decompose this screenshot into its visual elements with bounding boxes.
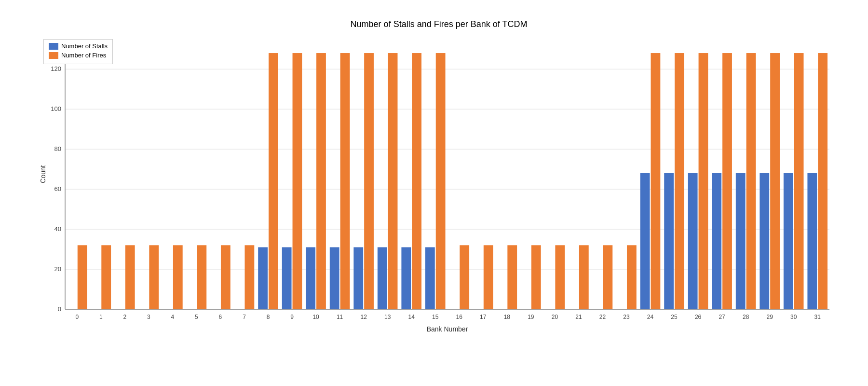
svg-rect-95 bbox=[818, 53, 827, 309]
svg-text:20: 20 bbox=[54, 265, 61, 273]
svg-rect-63 bbox=[531, 245, 541, 309]
svg-rect-42 bbox=[330, 247, 339, 309]
svg-text:10: 10 bbox=[312, 314, 319, 320]
legend-label-fires: Number of Fires bbox=[61, 52, 106, 59]
svg-rect-23 bbox=[149, 245, 159, 309]
svg-rect-74 bbox=[651, 53, 661, 309]
svg-text:31: 31 bbox=[814, 314, 821, 320]
svg-rect-82 bbox=[712, 173, 721, 309]
svg-rect-65 bbox=[555, 245, 565, 309]
svg-rect-54 bbox=[425, 247, 435, 309]
svg-text:8: 8 bbox=[267, 314, 270, 320]
legend-color-stalls bbox=[49, 43, 58, 50]
svg-rect-85 bbox=[736, 173, 746, 309]
svg-text:26: 26 bbox=[695, 314, 702, 320]
svg-text:21: 21 bbox=[575, 314, 582, 320]
svg-rect-45 bbox=[353, 247, 363, 309]
svg-text:25: 25 bbox=[671, 314, 678, 320]
svg-rect-86 bbox=[746, 53, 756, 309]
svg-text:60: 60 bbox=[54, 185, 61, 193]
svg-rect-25 bbox=[173, 245, 183, 309]
svg-text:29: 29 bbox=[766, 314, 773, 320]
svg-rect-69 bbox=[603, 245, 612, 309]
svg-rect-92 bbox=[794, 53, 804, 309]
svg-text:12: 12 bbox=[360, 314, 367, 320]
svg-rect-76 bbox=[664, 173, 674, 309]
svg-rect-49 bbox=[388, 53, 398, 309]
svg-text:24: 24 bbox=[647, 314, 654, 320]
svg-text:16: 16 bbox=[456, 314, 463, 320]
bar-chart-svg: 020406080100120Count01234567891011121314… bbox=[39, 34, 839, 333]
svg-text:3: 3 bbox=[147, 314, 150, 320]
svg-rect-21 bbox=[125, 245, 135, 309]
svg-rect-39 bbox=[306, 247, 315, 309]
svg-text:1: 1 bbox=[99, 314, 103, 320]
svg-rect-71 bbox=[627, 245, 637, 309]
svg-rect-52 bbox=[412, 53, 421, 309]
legend: Number of Stalls Number of Fires bbox=[43, 39, 113, 64]
svg-text:13: 13 bbox=[384, 314, 391, 320]
svg-rect-48 bbox=[378, 247, 387, 309]
svg-text:0: 0 bbox=[75, 314, 79, 320]
legend-color-fires bbox=[49, 52, 58, 59]
svg-text:4: 4 bbox=[171, 314, 175, 320]
svg-rect-37 bbox=[293, 53, 302, 309]
svg-rect-34 bbox=[269, 53, 278, 309]
svg-rect-19 bbox=[101, 245, 111, 309]
svg-text:14: 14 bbox=[408, 314, 415, 320]
svg-text:27: 27 bbox=[719, 314, 725, 320]
svg-text:23: 23 bbox=[623, 314, 630, 320]
svg-text:18: 18 bbox=[504, 314, 511, 320]
svg-rect-51 bbox=[401, 247, 411, 309]
svg-text:120: 120 bbox=[51, 65, 61, 72]
svg-rect-43 bbox=[340, 53, 350, 309]
svg-rect-29 bbox=[221, 245, 231, 309]
svg-rect-27 bbox=[197, 245, 206, 309]
svg-text:0: 0 bbox=[58, 305, 61, 313]
svg-rect-94 bbox=[807, 173, 817, 309]
svg-rect-91 bbox=[784, 173, 793, 309]
legend-item-stalls: Number of Stalls bbox=[49, 42, 108, 50]
svg-text:19: 19 bbox=[528, 314, 534, 320]
svg-text:7: 7 bbox=[243, 314, 246, 320]
legend-label-stalls: Number of Stalls bbox=[61, 42, 108, 50]
svg-text:20: 20 bbox=[552, 314, 558, 320]
svg-rect-88 bbox=[760, 173, 769, 309]
svg-text:5: 5 bbox=[195, 314, 198, 320]
chart-area: Number of Stalls Number of Fires 0204060… bbox=[39, 34, 839, 333]
chart-title: Number of Stalls and Fires per Bank of T… bbox=[39, 19, 839, 29]
svg-text:Count: Count bbox=[39, 165, 47, 183]
svg-text:30: 30 bbox=[790, 314, 797, 320]
svg-rect-36 bbox=[282, 247, 292, 309]
svg-rect-57 bbox=[460, 245, 469, 309]
svg-text:28: 28 bbox=[743, 314, 749, 320]
svg-rect-89 bbox=[770, 53, 780, 309]
svg-rect-83 bbox=[722, 53, 732, 309]
svg-rect-33 bbox=[258, 247, 268, 309]
svg-rect-67 bbox=[579, 245, 589, 309]
svg-text:6: 6 bbox=[219, 314, 222, 320]
svg-text:2: 2 bbox=[123, 314, 126, 320]
legend-item-fires: Number of Fires bbox=[49, 52, 108, 59]
svg-rect-40 bbox=[316, 53, 326, 309]
svg-rect-80 bbox=[699, 53, 708, 309]
svg-rect-61 bbox=[507, 245, 517, 309]
svg-rect-77 bbox=[675, 53, 684, 309]
svg-text:80: 80 bbox=[54, 145, 61, 152]
svg-rect-31 bbox=[244, 245, 254, 309]
svg-text:15: 15 bbox=[432, 314, 439, 320]
svg-rect-46 bbox=[364, 53, 374, 309]
svg-rect-79 bbox=[688, 173, 698, 309]
svg-text:22: 22 bbox=[599, 314, 606, 320]
svg-text:40: 40 bbox=[54, 225, 61, 233]
svg-rect-59 bbox=[484, 245, 493, 309]
svg-text:11: 11 bbox=[337, 314, 343, 320]
svg-text:17: 17 bbox=[480, 314, 487, 320]
svg-text:Bank Number: Bank Number bbox=[427, 325, 468, 333]
svg-text:100: 100 bbox=[51, 105, 61, 112]
svg-rect-17 bbox=[78, 245, 87, 309]
svg-rect-73 bbox=[640, 173, 650, 309]
svg-rect-55 bbox=[436, 53, 446, 309]
chart-container: Number of Stalls and Fires per Bank of T… bbox=[0, 0, 868, 386]
svg-text:9: 9 bbox=[290, 314, 294, 320]
